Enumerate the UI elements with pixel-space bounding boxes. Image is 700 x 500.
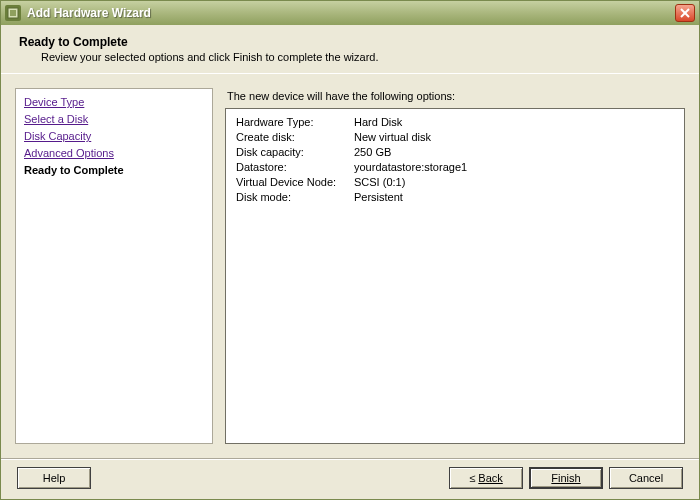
summary-row: Virtual Device Node: SCSI (0:1) [236,175,674,190]
options-summary-box: Hardware Type: Hard Disk Create disk: Ne… [225,108,685,444]
close-button[interactable] [675,4,695,22]
wizard-header: Ready to Complete Review your selected o… [1,25,699,73]
summary-label: Create disk: [236,130,354,145]
back-button[interactable]: ≤ Back [449,467,523,489]
titlebar: Add Hardware Wizard [1,1,699,25]
summary-value: Hard Disk [354,115,402,130]
help-button-label: Help [43,472,66,484]
nav-step-device-type[interactable]: Device Type [24,95,204,110]
summary-row: Create disk: New virtual disk [236,130,674,145]
summary-value: 250 GB [354,145,391,160]
page-title: Ready to Complete [19,35,681,49]
summary-value: yourdatastore:storage1 [354,160,467,175]
wizard-body: Device Type Select a Disk Disk Capacity … [1,74,699,458]
summary-label: Disk mode: [236,190,354,205]
nav-step-select-disk[interactable]: Select a Disk [24,112,204,127]
step-nav: Device Type Select a Disk Disk Capacity … [15,88,213,444]
summary-row: Disk capacity: 250 GB [236,145,674,160]
summary-value: Persistent [354,190,403,205]
summary-label: Datastore: [236,160,354,175]
summary-row: Hardware Type: Hard Disk [236,115,674,130]
cancel-button-label: Cancel [629,472,663,484]
help-button[interactable]: Help [17,467,91,489]
window-title: Add Hardware Wizard [27,6,675,20]
summary-label: Disk capacity: [236,145,354,160]
page-subtitle: Review your selected options and click F… [41,51,681,63]
summary-value: SCSI (0:1) [354,175,405,190]
nav-step-ready-complete: Ready to Complete [24,163,204,178]
content-intro: The new device will have the following o… [225,88,685,108]
wizard-footer: Help ≤ Back Finish Cancel [1,458,699,499]
summary-label: Virtual Device Node: [236,175,354,190]
close-icon [680,8,690,18]
finish-button[interactable]: Finish [529,467,603,489]
finish-button-label: Finish [551,472,580,484]
back-button-prefix: ≤ [469,472,478,484]
svg-rect-1 [10,10,16,16]
content-pane: The new device will have the following o… [225,88,685,444]
summary-row: Disk mode: Persistent [236,190,674,205]
nav-step-advanced-options[interactable]: Advanced Options [24,146,204,161]
summary-value: New virtual disk [354,130,431,145]
app-icon [5,5,21,21]
summary-row: Datastore: yourdatastore:storage1 [236,160,674,175]
back-button-label: Back [478,472,502,484]
summary-label: Hardware Type: [236,115,354,130]
wizard-window: Add Hardware Wizard Ready to Complete Re… [0,0,700,500]
cancel-button[interactable]: Cancel [609,467,683,489]
nav-step-disk-capacity[interactable]: Disk Capacity [24,129,204,144]
